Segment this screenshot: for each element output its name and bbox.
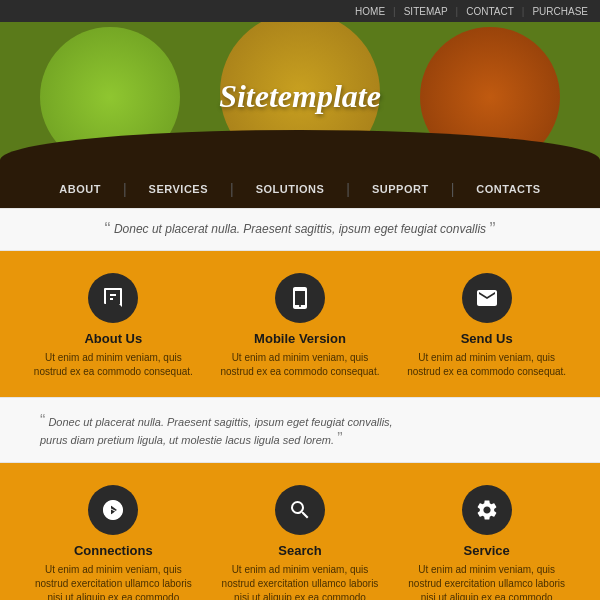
- feature-about-title: About Us: [29, 331, 197, 346]
- about-icon: [88, 273, 138, 323]
- services-section: Connections Ut enim ad minim veniam, qui…: [0, 463, 600, 600]
- open-quote: “: [105, 219, 111, 239]
- quote-strip-2: “ Donec ut placerat nulla. Praesent sagi…: [0, 397, 600, 463]
- feature-mobile: Mobile Version Ut enim ad minim veniam, …: [216, 273, 384, 379]
- connections-icon: [88, 485, 138, 535]
- feature-about-text: Ut enim ad minim veniam, quis nostrud ex…: [29, 351, 197, 379]
- nav-about[interactable]: ABOUT: [37, 183, 123, 195]
- feature-mobile-title: Mobile Version: [216, 331, 384, 346]
- close-quote: ”: [489, 219, 495, 239]
- search-icon: [275, 485, 325, 535]
- feature-sendus-text: Ut enim ad minim veniam, quis nostrud ex…: [403, 351, 571, 379]
- top-bar: HOME | SITEMAP | CONTACT | PURCHASE: [0, 0, 600, 22]
- top-nav-home[interactable]: HOME: [355, 6, 385, 17]
- quote-strip-1: “ Donec ut placerat nulla. Praesent sagi…: [0, 208, 600, 251]
- feature-sendus-title: Send Us: [403, 331, 571, 346]
- service-connections-title: Connections: [29, 543, 197, 558]
- features-section: About Us Ut enim ad minim veniam, quis n…: [0, 251, 600, 397]
- quote-line-2: purus diam pretium ligula, ut molestie l…: [40, 434, 334, 446]
- main-nav: ABOUT | SERVICES | SOLUTIONS | SUPPORT |…: [0, 170, 600, 208]
- sendus-icon: [462, 273, 512, 323]
- service-gear-icon: [462, 485, 512, 535]
- service-search-text: Ut enim ad minim veniam, quis nostrud ex…: [216, 563, 384, 600]
- top-nav-sitemap[interactable]: SITEMAP: [404, 6, 448, 17]
- service-service-title: Service: [403, 543, 571, 558]
- sep2: |: [456, 6, 459, 17]
- close-quote-2: ”: [337, 430, 342, 447]
- top-nav-purchase[interactable]: PURCHASE: [532, 6, 588, 17]
- feature-mobile-text: Ut enim ad minim veniam, quis nostrud ex…: [216, 351, 384, 379]
- service-connections: Connections Ut enim ad minim veniam, qui…: [29, 485, 197, 600]
- hero-section: Sitetemplate: [0, 22, 600, 170]
- service-search: Search Ut enim ad minim veniam, quis nos…: [216, 485, 384, 600]
- mobile-icon: [275, 273, 325, 323]
- nav-solutions[interactable]: SOLUTIONS: [234, 183, 347, 195]
- service-service-text: Ut enim ad minim veniam, quis nostrud ex…: [403, 563, 571, 600]
- quote-line-1: Donec ut placerat nulla. Praesent sagitt…: [48, 416, 392, 428]
- sep1: |: [393, 6, 396, 17]
- quote-text-1: Donec ut placerat nulla. Praesent sagitt…: [114, 222, 486, 236]
- service-connections-text: Ut enim ad minim veniam, quis nostrud ex…: [29, 563, 197, 600]
- open-quote-2: “: [40, 412, 45, 429]
- site-title: Sitetemplate: [219, 78, 381, 115]
- service-service: Service Ut enim ad minim veniam, quis no…: [403, 485, 571, 600]
- nav-contacts[interactable]: CONTACTS: [454, 183, 562, 195]
- feature-sendus: Send Us Ut enim ad minim veniam, quis no…: [403, 273, 571, 379]
- feature-about: About Us Ut enim ad minim veniam, quis n…: [29, 273, 197, 379]
- nav-support[interactable]: SUPPORT: [350, 183, 451, 195]
- sep3: |: [522, 6, 525, 17]
- top-nav-contact[interactable]: CONTACT: [466, 6, 514, 17]
- nav-services[interactable]: SERVICES: [127, 183, 230, 195]
- service-search-title: Search: [216, 543, 384, 558]
